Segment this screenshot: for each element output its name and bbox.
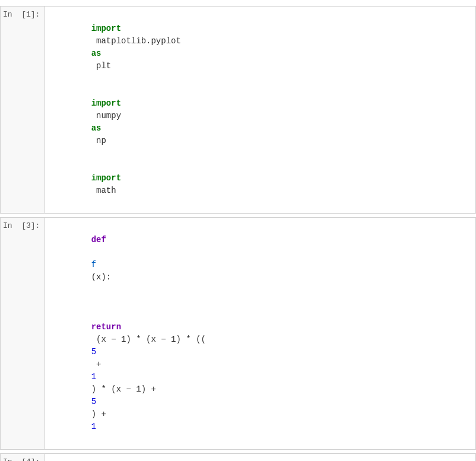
- code-line: def f (x):: [51, 221, 469, 296]
- function-name: f: [91, 260, 96, 269]
- keyword-import: import: [91, 24, 121, 33]
- code-line: import matplotlib.pyplot as plt: [51, 10, 469, 85]
- code-text: [91, 247, 96, 257]
- code-text: (x):: [91, 272, 112, 282]
- cell-3-label: In [3]:: [1, 218, 45, 234]
- keyword-def: def: [91, 235, 106, 244]
- code-text: (x − 1) * (x − 1) * ((: [91, 335, 206, 344]
- code-text: plt: [91, 61, 112, 71]
- keyword-as: as: [91, 49, 101, 58]
- number-5: 5: [91, 347, 96, 357]
- code-text: ) +: [91, 409, 112, 419]
- cell-3: In [3]: def f (x): return (x − 1) * (x −…: [0, 217, 476, 450]
- code-line: import numpy as np: [51, 85, 469, 160]
- notebook: In [1]: import matplotlib.pyplot as plt …: [0, 0, 476, 461]
- number-1: 1: [91, 372, 96, 381]
- code-text: numpy: [91, 111, 126, 120]
- keyword-return: return: [91, 322, 121, 332]
- number-1b: 1: [91, 422, 96, 431]
- code-text: math: [91, 186, 116, 195]
- code-line: return (x − 1) * (x − 1) * (( 5 + 1 ) * …: [51, 296, 469, 446]
- code-text: ) * (x − 1) +: [91, 384, 161, 394]
- code-text: [91, 310, 112, 319]
- code-line: arr=[i for i in f(np.arange( 0 , 1 , 0.0…: [51, 457, 469, 461]
- code-text: np: [91, 136, 106, 145]
- cell-4-content[interactable]: arr=[i for i in f(np.arange( 0 , 1 , 0.0…: [45, 454, 475, 461]
- code-text: +: [91, 360, 106, 369]
- cell-3-content[interactable]: def f (x): return (x − 1) * (x − 1) * ((…: [45, 218, 475, 449]
- number-5b: 5: [91, 397, 96, 406]
- keyword-import: import: [91, 98, 121, 108]
- cell-1-label: In [1]:: [1, 7, 45, 23]
- keyword-as: as: [91, 123, 101, 133]
- cell-4-label: In [4]:: [1, 454, 45, 461]
- cell-4: In [4]: arr=[i for i in f(np.arange( 0 ,…: [0, 453, 476, 461]
- cell-1: In [1]: import matplotlib.pyplot as plt …: [0, 6, 476, 214]
- code-line: import math: [51, 160, 469, 209]
- keyword-import: import: [91, 173, 121, 183]
- cell-1-content[interactable]: import matplotlib.pyplot as plt import n…: [45, 7, 475, 213]
- code-text: matplotlib.pyplot: [91, 36, 186, 46]
